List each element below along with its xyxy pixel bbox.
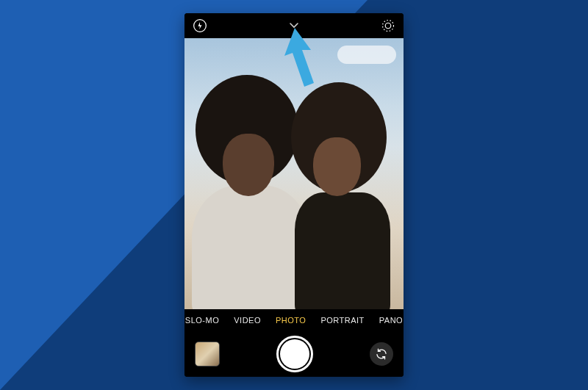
camera-viewfinder[interactable] <box>184 38 404 309</box>
camera-bottombar <box>184 331 404 377</box>
flash-icon[interactable] <box>192 18 208 34</box>
mode-video[interactable]: VIDEO <box>234 316 261 325</box>
photo-content <box>295 192 390 309</box>
photo-content <box>192 185 309 309</box>
switch-camera-button[interactable] <box>370 342 393 366</box>
svg-point-2 <box>383 21 394 32</box>
mode-portrait[interactable]: PORTRAIT <box>320 316 364 325</box>
photo-content <box>337 46 396 64</box>
shutter-button[interactable] <box>276 336 313 372</box>
camera-mode-selector[interactable]: SLO-MO VIDEO PHOTO PORTRAIT PANO <box>184 309 404 331</box>
svg-point-1 <box>385 23 391 29</box>
photo-content <box>313 137 361 196</box>
mode-pano[interactable]: PANO <box>379 316 403 325</box>
camera-options-chevron-icon[interactable] <box>289 21 299 31</box>
shutter-inner <box>280 339 309 369</box>
last-photo-thumbnail[interactable] <box>195 342 220 366</box>
live-photo-icon[interactable] <box>380 18 396 34</box>
photo-content <box>223 134 274 196</box>
mode-photo[interactable]: PHOTO <box>276 316 306 325</box>
phone-screen: SLO-MO VIDEO PHOTO PORTRAIT PANO <box>184 13 404 377</box>
mode-slomo[interactable]: SLO-MO <box>185 316 219 325</box>
camera-topbar <box>184 13 404 38</box>
